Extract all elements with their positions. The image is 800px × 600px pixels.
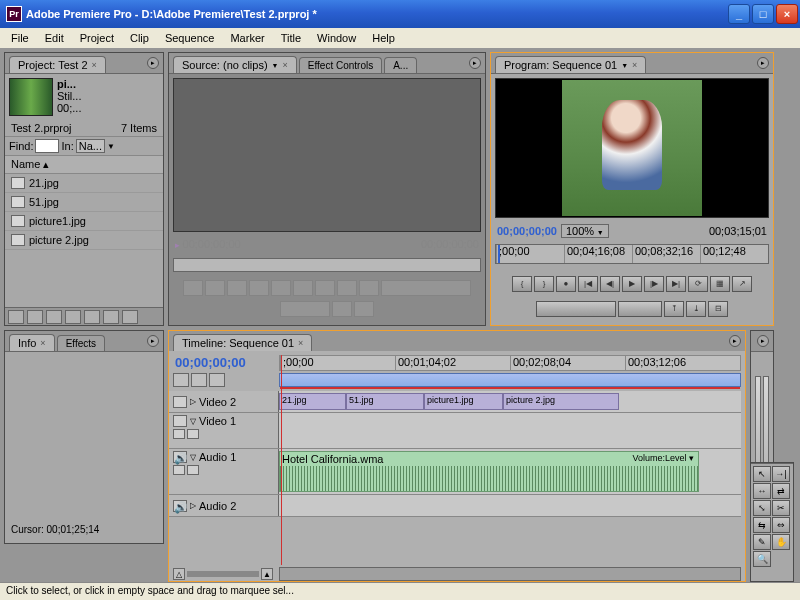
list-item[interactable]: picture1.jpg <box>5 212 163 231</box>
timeline-tab[interactable]: Timeline: Sequence 01× <box>173 334 312 351</box>
delete-button[interactable] <box>122 310 138 324</box>
source-timecode-current[interactable]: 00;00;00;00 <box>175 238 241 250</box>
audio2-track[interactable] <box>279 495 741 516</box>
in-dropdown[interactable]: Na... <box>76 139 105 153</box>
timeline-playhead[interactable] <box>281 355 282 565</box>
play-button[interactable] <box>293 280 313 296</box>
output-button[interactable]: ↗ <box>732 276 752 292</box>
marker-button[interactable]: ● <box>556 276 576 292</box>
program-time-ruler[interactable]: ;00;00 00;04;16;08 00;08;32;16 00;12;48 <box>495 244 769 264</box>
collapse-icon[interactable]: ▷ <box>190 397 196 406</box>
sync-lock-button[interactable] <box>191 373 207 387</box>
track-mute-toggle[interactable]: 🔊 <box>173 500 187 512</box>
list-item[interactable]: 21.jpg <box>5 174 163 193</box>
menu-sequence[interactable]: Sequence <box>158 30 222 46</box>
set-in-button[interactable]: { <box>512 276 532 292</box>
loop-button[interactable]: ⟳ <box>688 276 708 292</box>
goto-out-button[interactable] <box>337 280 357 296</box>
list-view-button[interactable] <box>8 310 24 324</box>
source-time-ruler[interactable] <box>173 258 481 272</box>
slip-tool[interactable]: ⇆ <box>753 517 771 533</box>
program-tab[interactable]: Program: Sequence 01▼× <box>495 56 646 73</box>
track-select-tool[interactable]: →| <box>772 466 790 482</box>
minimize-button[interactable]: _ <box>728 4 750 24</box>
close-icon[interactable]: × <box>298 338 303 348</box>
step-back-button[interactable] <box>271 280 291 296</box>
find-button[interactable] <box>65 310 81 324</box>
insert-button[interactable] <box>332 301 352 317</box>
menu-window[interactable]: Window <box>310 30 363 46</box>
column-name-header[interactable]: Name ▴ <box>5 155 163 174</box>
video2-track[interactable]: 21.jpg 51.jpg picture1.jpg picture 2.jpg <box>279 391 741 412</box>
zoom-in-button[interactable]: ▲ <box>261 568 273 580</box>
flyout-icon[interactable]: ▸ <box>147 57 159 69</box>
goto-out-button[interactable]: ▶| <box>666 276 686 292</box>
play-button[interactable]: ▶ <box>622 276 642 292</box>
step-forward-button[interactable] <box>315 280 335 296</box>
zoom-tool[interactable]: 🔍 <box>753 551 771 567</box>
track-mute-toggle[interactable]: 🔊 <box>173 451 187 463</box>
dropdown-icon[interactable]: ▼ <box>621 62 628 69</box>
close-icon[interactable]: × <box>283 60 288 70</box>
keyframe-button[interactable] <box>187 429 199 439</box>
set-in-button[interactable] <box>183 280 203 296</box>
goto-in-button[interactable]: |◀ <box>578 276 598 292</box>
zoom-dropdown[interactable]: 100% ▼ <box>561 224 609 238</box>
overlay-button[interactable] <box>354 301 374 317</box>
audio1-track[interactable]: Hotel California.wmaVolume:Level ▾ <box>279 449 741 494</box>
timeline-clip[interactable]: 51.jpg <box>346 393 424 410</box>
timeline-timecode[interactable]: 00;00;00;00 <box>175 355 246 370</box>
trim-button[interactable]: ⊟ <box>708 301 728 317</box>
new-item-button[interactable] <box>103 310 119 324</box>
close-icon[interactable]: × <box>632 60 637 70</box>
pen-tool[interactable]: ✎ <box>753 534 771 550</box>
track-visibility-toggle[interactable] <box>173 396 187 408</box>
effects-tab[interactable]: Effects <box>57 335 105 351</box>
set-out-button[interactable] <box>205 280 225 296</box>
playhead-icon[interactable] <box>498 245 500 263</box>
close-icon[interactable]: × <box>92 60 97 70</box>
rate-stretch-tool[interactable]: ⤡ <box>753 500 771 516</box>
step-back-button[interactable]: ◀| <box>600 276 620 292</box>
rolling-edit-tool[interactable]: ⇄ <box>772 483 790 499</box>
menu-clip[interactable]: Clip <box>123 30 156 46</box>
razor-tool[interactable]: ✂ <box>772 500 790 516</box>
slide-tool[interactable]: ⇔ <box>772 517 790 533</box>
effect-controls-tab[interactable]: Effect Controls <box>299 57 382 73</box>
flyout-icon[interactable]: ▸ <box>469 57 481 69</box>
menu-edit[interactable]: Edit <box>38 30 71 46</box>
list-item[interactable]: picture 2.jpg <box>5 231 163 250</box>
timeline-scrollbar[interactable] <box>279 567 741 581</box>
menu-project[interactable]: Project <box>73 30 121 46</box>
hand-tool[interactable]: ✋ <box>772 534 790 550</box>
flyout-icon[interactable]: ▸ <box>147 335 159 347</box>
program-timecode-current[interactable]: 00;00;00;00 <box>497 225 557 237</box>
maximize-button[interactable]: □ <box>752 4 774 24</box>
project-tab[interactable]: Project: Test 2× <box>9 56 106 73</box>
shuttle-slider[interactable] <box>536 301 616 317</box>
dropdown-icon[interactable]: ▼ <box>272 62 279 69</box>
flyout-icon[interactable]: ▸ <box>757 57 769 69</box>
collapse-icon[interactable]: ▷ <box>190 501 196 510</box>
audio-mixer-tab[interactable]: A... <box>384 57 417 73</box>
zoom-slider[interactable] <box>187 571 259 577</box>
set-out-button[interactable]: } <box>534 276 554 292</box>
track-visibility-toggle[interactable] <box>173 415 187 427</box>
shuttle-slider[interactable] <box>381 280 471 296</box>
timeline-clip[interactable]: picture1.jpg <box>424 393 503 410</box>
info-tab[interactable]: Info× <box>9 334 55 351</box>
menu-title[interactable]: Title <box>274 30 308 46</box>
menu-marker[interactable]: Marker <box>223 30 271 46</box>
lift-button[interactable]: ⤒ <box>664 301 684 317</box>
snap-button[interactable] <box>173 373 189 387</box>
flyout-icon[interactable]: ▸ <box>729 335 741 347</box>
volume-dropdown[interactable]: Volume:Level ▾ <box>632 453 694 463</box>
zoom-out-button[interactable]: △ <box>173 568 185 580</box>
timeline-ruler[interactable]: ;00;00 00;01;04;02 00;02;08;04 00;03;12;… <box>279 355 741 371</box>
track-style-button[interactable] <box>173 429 185 439</box>
icon-view-button[interactable] <box>27 310 43 324</box>
find-input[interactable] <box>35 139 59 153</box>
menu-file[interactable]: File <box>4 30 36 46</box>
timeline-clip[interactable]: Hotel California.wmaVolume:Level ▾ <box>279 451 699 492</box>
step-forward-button[interactable]: |▶ <box>644 276 664 292</box>
